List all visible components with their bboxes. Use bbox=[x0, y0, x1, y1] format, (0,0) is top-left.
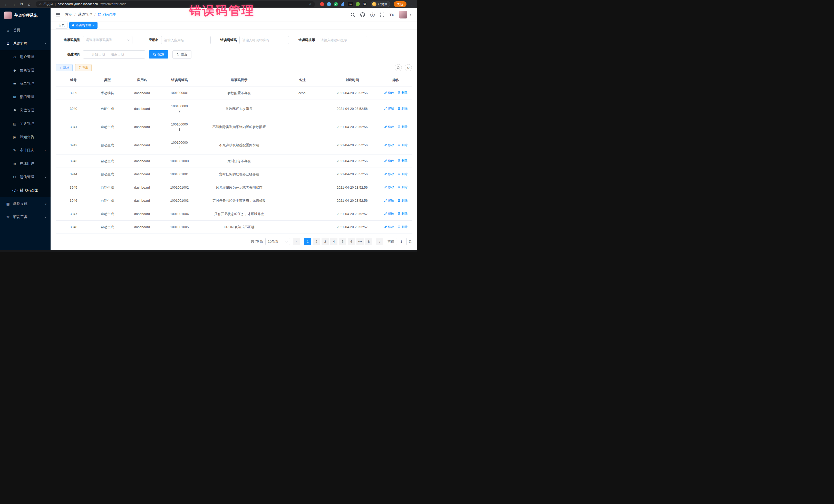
fullscreen-icon[interactable] bbox=[380, 13, 384, 17]
app-logo[interactable]: 芋道管理系统 bbox=[0, 8, 50, 23]
sidebar-item-7[interactable]: ▤字典管理 bbox=[0, 117, 50, 130]
user-avatar[interactable] bbox=[399, 11, 407, 19]
column-header: 创建时间 bbox=[325, 74, 380, 86]
sidebar-item-1[interactable]: ⚙系统管理∧ bbox=[0, 37, 50, 50]
sidebar-item-12[interactable]: </>错误码管理 bbox=[0, 184, 50, 197]
delete-link[interactable]: 删除 bbox=[397, 158, 408, 163]
font-size-icon[interactable]: T⇅ bbox=[390, 13, 394, 17]
table-row[interactable]: 3942 自动生成 dashboard 1001000004 不允许获取敏感配置… bbox=[56, 136, 412, 154]
sidebar-item-2[interactable]: ☺用户管理 bbox=[0, 50, 50, 64]
delete-link[interactable]: 删除 bbox=[397, 172, 408, 176]
breadcrumb-home[interactable]: 首页 bbox=[65, 12, 72, 17]
browser-update-button[interactable]: 更新 bbox=[394, 1, 407, 7]
extension-icon[interactable] bbox=[327, 2, 331, 6]
table-row[interactable]: 3944 自动生成 dashboard 1001001001 定时任务的处理器已… bbox=[56, 168, 412, 181]
table-row[interactable]: 3947 自动生成 dashboard 1001001004 只有开启状态的任务… bbox=[56, 207, 412, 221]
sidebar-item-14[interactable]: ⚒研发工具∨ bbox=[0, 211, 50, 224]
delete-link[interactable]: 删除 bbox=[397, 224, 408, 229]
sidebar-item-5[interactable]: ⊞部门管理 bbox=[0, 90, 50, 104]
page-more-button[interactable]: ••• bbox=[356, 238, 364, 245]
export-button[interactable]: ↧ 导出 bbox=[75, 64, 92, 71]
error-type-select[interactable]: 请选择错误码类型 bbox=[83, 36, 132, 44]
search-button[interactable]: 搜索 bbox=[149, 50, 168, 59]
table-row[interactable]: 3939 手动编辑 dashboard 1001000001 参数配置不存在 c… bbox=[56, 86, 412, 100]
table-row[interactable]: 3943 自动生成 dashboard 1001001000 定时任务不存在 2… bbox=[56, 154, 412, 168]
github-icon[interactable] bbox=[360, 12, 365, 17]
edit-link[interactable]: 修改 bbox=[384, 106, 394, 111]
delete-link[interactable]: 删除 bbox=[397, 90, 408, 95]
table-row[interactable]: 3945 自动生成 dashboard 1001001002 只允许修改为开启或… bbox=[56, 181, 412, 194]
forward-icon[interactable]: → bbox=[11, 2, 17, 6]
table-row[interactable]: 3946 自动生成 dashboard 1001001003 定时任务已经处于该… bbox=[56, 194, 412, 207]
delete-link[interactable]: 删除 bbox=[397, 106, 408, 111]
next-page-button[interactable]: › bbox=[376, 238, 383, 245]
edit-link[interactable]: 修改 bbox=[384, 198, 394, 203]
edit-link[interactable]: 修改 bbox=[384, 125, 394, 129]
page-button-8[interactable]: 8 bbox=[365, 238, 372, 245]
edit-link[interactable]: 修改 bbox=[384, 158, 394, 163]
edit-link[interactable]: 修改 bbox=[384, 90, 394, 95]
page-button-4[interactable]: 4 bbox=[330, 238, 337, 245]
search-icon[interactable] bbox=[351, 13, 355, 17]
prev-page-button[interactable]: ‹ bbox=[293, 238, 300, 245]
address-bar[interactable]: ⚠ 不安全 | dashboard.yudao.iocoder.cn /syst… bbox=[36, 1, 315, 7]
extension-icon[interactable]: ⌘ bbox=[363, 2, 367, 6]
page-button-5[interactable]: 5 bbox=[339, 238, 346, 245]
edit-link[interactable]: 修改 bbox=[384, 224, 394, 229]
sidebar-item-6[interactable]: ⚑岗位管理 bbox=[0, 104, 50, 117]
edit-link[interactable]: 修改 bbox=[384, 185, 394, 190]
extension-icon[interactable]: ✓ bbox=[334, 2, 338, 6]
sidebar-item-9[interactable]: ✎审计日志∨ bbox=[0, 144, 50, 157]
show-search-button[interactable] bbox=[395, 64, 402, 71]
browser-menu-icon[interactable]: ⋮ bbox=[410, 2, 414, 6]
table-row[interactable]: 3941 自动生成 dashboard 1001000003 不能删除类型为系统… bbox=[56, 118, 412, 136]
date-range-picker[interactable]: 开始日期 - 结束日期 bbox=[83, 50, 145, 59]
reload-icon[interactable]: ↻ bbox=[19, 2, 25, 6]
edit-link[interactable]: 修改 bbox=[384, 143, 394, 147]
delete-link[interactable]: 删除 bbox=[397, 211, 408, 216]
delete-link[interactable]: 删除 bbox=[397, 198, 408, 203]
tab-error-code[interactable]: 错误码管理 × bbox=[69, 22, 97, 29]
sidebar-item-4[interactable]: ≣菜单管理 bbox=[0, 77, 50, 90]
help-icon[interactable]: ? bbox=[370, 13, 375, 17]
page-button-6[interactable]: 6 bbox=[348, 238, 355, 245]
page-size-select[interactable]: 10条/页 bbox=[265, 238, 290, 245]
filter-code: 错误码编码 bbox=[212, 36, 289, 44]
error-hint-input[interactable] bbox=[318, 36, 367, 44]
reset-button[interactable]: ↻ 重置 bbox=[172, 50, 192, 59]
delete-link[interactable]: 删除 bbox=[397, 143, 408, 147]
breadcrumb-system[interactable]: 系统管理 bbox=[78, 12, 92, 17]
add-button[interactable]: ＋ 新增 bbox=[56, 64, 73, 71]
browser-home-icon[interactable]: ⌂ bbox=[26, 2, 32, 6]
tab-close-icon[interactable]: × bbox=[93, 24, 95, 27]
edit-link[interactable]: 修改 bbox=[384, 211, 394, 216]
sidebar-item-10[interactable]: ∞在线用户 bbox=[0, 157, 50, 170]
refresh-table-button[interactable]: ↻ bbox=[405, 64, 412, 71]
hamburger-icon[interactable] bbox=[56, 13, 60, 17]
browser-profile-chip[interactable]: 已暂停 bbox=[371, 1, 390, 7]
sidebar-item-11[interactable]: ✉短信管理∨ bbox=[0, 170, 50, 184]
app-name-input[interactable] bbox=[161, 36, 211, 44]
table-row[interactable]: 3940 自动生成 dashboard 1001000002 参数配置 key … bbox=[56, 100, 412, 118]
error-code-input[interactable] bbox=[239, 36, 289, 44]
extension-icon[interactable] bbox=[320, 2, 324, 6]
extension-icon[interactable]: on bbox=[348, 2, 353, 6]
sidebar-item-3[interactable]: ☻角色管理 bbox=[0, 64, 50, 77]
sidebar-item-13[interactable]: ▦基础设施∨ bbox=[0, 197, 50, 211]
sidebar-item-8[interactable]: ▣通知公告 bbox=[0, 130, 50, 144]
page-button-2[interactable]: 2 bbox=[313, 238, 320, 245]
bookmark-star-icon[interactable]: ☆ bbox=[308, 2, 312, 6]
extension-icon[interactable] bbox=[341, 2, 345, 6]
tab-home[interactable]: 首页 bbox=[56, 22, 67, 29]
delete-link[interactable]: 删除 bbox=[397, 185, 408, 190]
page-button-3[interactable]: 3 bbox=[322, 238, 329, 245]
table-row[interactable]: 3948 自动生成 dashboard 1001001005 CRON 表达式不… bbox=[56, 220, 412, 234]
delete-link[interactable]: 删除 bbox=[397, 125, 408, 129]
chevron-down-icon[interactable]: ▼ bbox=[409, 13, 412, 16]
edit-link[interactable]: 修改 bbox=[384, 172, 394, 176]
back-icon[interactable]: ← bbox=[3, 2, 9, 6]
goto-page-input[interactable] bbox=[396, 238, 407, 245]
extension-icon[interactable] bbox=[356, 2, 360, 6]
sidebar-item-0[interactable]: ⌂首页 bbox=[0, 24, 50, 37]
page-button-1[interactable]: 1 bbox=[304, 238, 311, 245]
